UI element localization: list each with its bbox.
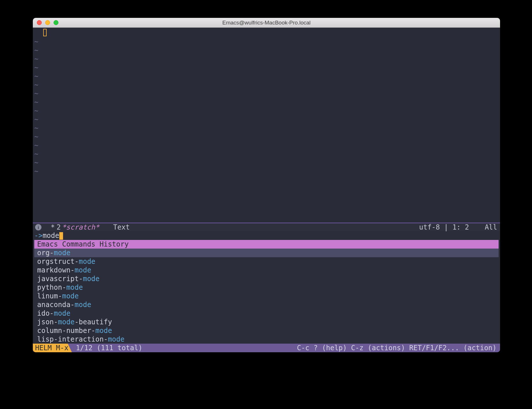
modeline-right: utf-8 | 1: 2 All: [419, 223, 497, 231]
helm-candidate[interactable]: linum-mode: [34, 292, 499, 300]
emacs-window: Emacs@wulfrics-MacBook-Pro.local ~ ~ ~ ~…: [33, 18, 500, 352]
helm-candidate[interactable]: ido-mode: [34, 309, 499, 318]
helm-count: 1/12 (111 total): [76, 344, 142, 352]
helm-modeline: HELM M-x 1/12 (111 total) C-c ? (help) C…: [33, 344, 500, 352]
titlebar: Emacs@wulfrics-MacBook-Pro.local: [33, 18, 500, 28]
major-mode: Text: [113, 223, 130, 231]
info-icon: i: [35, 224, 41, 230]
encoding: utf-8: [419, 223, 440, 231]
scroll-indicator: All: [485, 223, 497, 231]
editor-cursor: [43, 29, 47, 36]
traffic-lights: [37, 20, 58, 25]
helm-candidate[interactable]: anaconda-mode: [34, 300, 499, 309]
helm-candidate[interactable]: column-number-mode: [34, 326, 499, 335]
helm-buffer: Emacs Commands History org-modeorgstruct…: [33, 240, 500, 344]
helm-candidate[interactable]: javascript-mode: [34, 274, 499, 283]
zoom-icon[interactable]: [54, 20, 58, 25]
helm-source-header: Emacs Commands History: [34, 240, 499, 249]
minibuffer-input[interactable]: mode: [43, 232, 59, 240]
helm-badge: HELM M-x: [33, 344, 72, 352]
helm-candidates: org-modeorgstruct-modemarkdown-modejavas…: [33, 249, 500, 344]
helm-candidate[interactable]: python-mode: [34, 283, 499, 292]
helm-help-text: C-c ? (help) C-z (actions) RET/F1/F2... …: [297, 344, 497, 352]
helm-candidate[interactable]: orgstruct-mode: [34, 257, 499, 266]
helm-candidate[interactable]: lisp-interaction-mode: [34, 335, 499, 344]
close-icon[interactable]: [37, 20, 42, 25]
helm-candidate[interactable]: json-mode-beautify: [34, 318, 499, 326]
helm-candidate[interactable]: markdown-mode: [34, 266, 499, 274]
window-title: Emacs@wulfrics-MacBook-Pro.local: [33, 20, 500, 26]
fringe-tildes: ~ ~ ~ ~ ~ ~ ~ ~ ~ ~ ~ ~ ~ ~ ~ ~: [34, 37, 38, 176]
modeline-number: 2: [56, 223, 60, 231]
minimize-icon[interactable]: [45, 20, 50, 25]
minibuffer[interactable]: ->mode: [33, 231, 500, 240]
helm-candidate[interactable]: org-mode: [34, 249, 499, 257]
minibuffer-prompt: ->: [34, 232, 43, 240]
cursor-position: 1: 2: [452, 223, 469, 231]
modeline: i * 2 *scratch* Text utf-8 | 1: 2 All: [33, 223, 500, 231]
modified-indicator: *: [51, 223, 55, 231]
minibuffer-cursor: [59, 232, 63, 240]
buffer-name: *scratch*: [62, 223, 99, 231]
editor-area[interactable]: ~ ~ ~ ~ ~ ~ ~ ~ ~ ~ ~ ~ ~ ~ ~ ~: [33, 28, 500, 223]
